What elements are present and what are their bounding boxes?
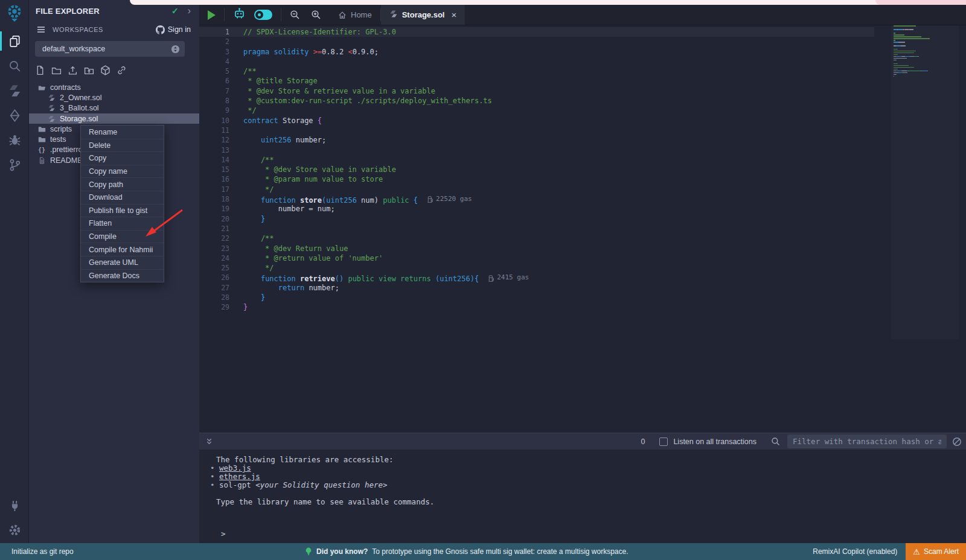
- minimap-line: [894, 65, 959, 66]
- context-menu-item-compile-for-nahmii[interactable]: Compile for Nahmii: [81, 243, 164, 256]
- workspace-select[interactable]: default_workspace: [35, 41, 185, 57]
- terminal-output[interactable]: The following libraries are accessible:•…: [199, 450, 966, 543]
- context-menu-item-compile[interactable]: Compile: [81, 230, 164, 243]
- run-script-button[interactable]: [208, 10, 216, 20]
- code-line: 22 /**: [199, 234, 874, 243]
- minimap[interactable]: [891, 25, 959, 339]
- sidebar-item-settings[interactable]: [0, 523, 29, 537]
- gas-estimate-badge: 22520 gas: [427, 194, 472, 204]
- code-text: [229, 37, 243, 46]
- context-menu-item-copy[interactable]: Copy: [81, 151, 164, 165]
- minimap-line: [894, 49, 959, 50]
- code-line: 26 function retrieve() public view retur…: [199, 273, 874, 282]
- close-tab-icon[interactable]: ×: [451, 10, 456, 20]
- context-menu-item-download[interactable]: Download: [81, 191, 164, 204]
- code-text: * @dev Return value: [229, 244, 348, 253]
- solidity-icon: [47, 115, 56, 122]
- context-menu-item-generate-docs[interactable]: Generate Docs: [81, 269, 164, 282]
- code-line: 6 * @title Storage: [199, 76, 874, 86]
- context-menu-item-copy-path[interactable]: Copy path: [81, 177, 164, 191]
- remix-logo[interactable]: [5, 4, 24, 24]
- sidebar-item-debugger[interactable]: [0, 133, 29, 147]
- code-text: uint256 number;: [229, 135, 326, 145]
- context-menu-item-rename[interactable]: Rename: [81, 126, 164, 139]
- code-rows: 1// SPDX-License-Identifier: GPL-3.023pr…: [199, 27, 874, 313]
- code-line: 5/**: [199, 66, 874, 76]
- code-line: 4: [199, 57, 874, 66]
- terminal-link[interactable]: ethers.js: [219, 472, 260, 481]
- file-icon: [37, 156, 46, 164]
- line-number: 17: [199, 185, 229, 194]
- terminal-line: [199, 489, 966, 498]
- context-menu-item-copy-name[interactable]: Copy name: [81, 165, 164, 178]
- line-number: 9: [199, 106, 229, 115]
- minimap-line: [894, 45, 959, 46]
- double-chevron-down-icon[interactable]: [205, 437, 214, 446]
- search-icon[interactable]: [771, 437, 780, 446]
- code-line: 21: [199, 224, 874, 234]
- context-menu-item-flatten[interactable]: Flatten: [81, 217, 164, 230]
- slash-circle-icon[interactable]: [952, 437, 962, 447]
- code-line: 20 }: [199, 214, 874, 224]
- tree-item-3-ballot-sol[interactable]: 3_Ballot.sol: [29, 103, 199, 113]
- sidebar-item-search[interactable]: [0, 59, 29, 73]
- minimap-line: [894, 47, 959, 48]
- ipfs-cube-icon[interactable]: [100, 65, 111, 76]
- workspace-selected-value: default_workspace: [42, 45, 105, 53]
- new-file-icon[interactable]: [35, 65, 46, 76]
- sidebar-item-solidity-compiler[interactable]: [0, 83, 29, 98]
- chevron-right-icon[interactable]: ›: [188, 6, 191, 16]
- minimap-line: [894, 25, 959, 27]
- code-line: 17 */: [199, 185, 874, 194]
- tab-home[interactable]: Home: [330, 5, 380, 25]
- code-line: 24 * @return value of 'number': [199, 253, 874, 263]
- rail-bottom-items: [0, 498, 29, 537]
- link-icon[interactable]: [117, 65, 127, 76]
- zoom-in-icon[interactable]: [311, 10, 321, 20]
- sign-in-button[interactable]: Sign in: [156, 25, 191, 34]
- terminal-prompt[interactable]: >: [204, 529, 226, 538]
- transaction-filter-input[interactable]: [787, 434, 947, 448]
- code-line: 8 * @custom:dev-run-script ./scripts/dep…: [199, 96, 874, 106]
- code-line: 2: [199, 37, 874, 46]
- new-folder-icon[interactable]: [51, 65, 62, 76]
- context-menu-item-generate-uml[interactable]: Generate UML: [81, 256, 164, 269]
- terminal-line: Type the library name to see available c…: [199, 498, 966, 506]
- listen-all-checkbox[interactable]: [659, 438, 668, 446]
- tree-item-storage-sol[interactable]: Storage.sol: [29, 113, 199, 124]
- tree-item-label: README.: [50, 156, 85, 165]
- search-icon: [8, 60, 21, 72]
- code-text: [229, 126, 243, 135]
- scam-alert-button[interactable]: ⚠ Scam Alert: [906, 543, 966, 560]
- line-number: 22: [199, 234, 229, 243]
- sidebar-item-git[interactable]: [0, 158, 29, 172]
- sidebar-item-deploy-run[interactable]: [0, 108, 29, 122]
- ai-assistant-icon[interactable]: [233, 7, 246, 22]
- sidebar-item-plugin-manager[interactable]: [0, 498, 29, 513]
- code-editor[interactable]: 1// SPDX-License-Identifier: GPL-3.023pr…: [199, 25, 966, 433]
- terminal-link[interactable]: web3.js: [219, 463, 251, 472]
- git-init-status[interactable]: Initialize as git repo: [11, 547, 74, 556]
- code-line: 10contract Storage {: [199, 116, 874, 126]
- context-menu-item-delete[interactable]: Delete: [81, 139, 164, 152]
- copilot-toggle[interactable]: [254, 10, 272, 20]
- browser-overlay-pill: [875, 0, 966, 5]
- hamburger-icon[interactable]: [36, 25, 46, 34]
- tree-item-label: contracts: [50, 83, 81, 92]
- tree-item-2-owner-sol[interactable]: 2_Owner.sol: [29, 92, 199, 103]
- minimap-line: [894, 54, 959, 56]
- minimap-line: [894, 36, 959, 37]
- upload-folder-icon[interactable]: [84, 65, 95, 76]
- context-menu-item-publish-file-to-gist[interactable]: Publish file to gist: [81, 204, 164, 217]
- tree-item-label: Storage.sol: [60, 115, 98, 123]
- zoom-out-icon[interactable]: [290, 10, 300, 20]
- sidebar-item-file-explorer[interactable]: [0, 34, 29, 48]
- code-text: }: [229, 214, 265, 224]
- transaction-count-badge: 0: [641, 438, 645, 446]
- upload-file-icon[interactable]: [68, 65, 78, 76]
- tab-storage-sol[interactable]: Storage.sol ×: [381, 5, 465, 25]
- copilot-status[interactable]: RemixAI Copilot (enabled): [813, 547, 897, 556]
- tree-item-contracts[interactable]: contracts: [29, 82, 199, 92]
- terminal-line: • web3.js: [199, 464, 966, 472]
- tree-item-label: .prettierrc: [50, 145, 82, 154]
